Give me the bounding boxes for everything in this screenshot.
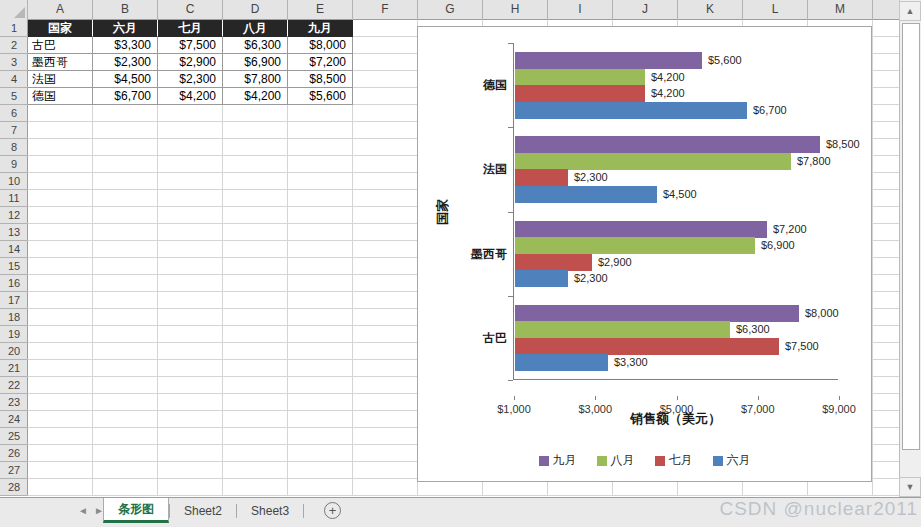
bar-七月[interactable] bbox=[515, 169, 568, 186]
row-header-1[interactable]: 1 bbox=[0, 20, 28, 37]
row-header-2[interactable]: 2 bbox=[0, 37, 28, 54]
row-header-21[interactable]: 21 bbox=[0, 360, 28, 377]
row-header-24[interactable]: 24 bbox=[0, 411, 28, 428]
table-cell[interactable]: $4,200 bbox=[223, 88, 288, 105]
row-header-25[interactable]: 25 bbox=[0, 428, 28, 445]
table-cell[interactable]: 德国 bbox=[28, 88, 93, 105]
table-cell[interactable]: $7,800 bbox=[223, 71, 288, 88]
table-cell[interactable]: $4,500 bbox=[93, 71, 158, 88]
row-header-19[interactable]: 19 bbox=[0, 326, 28, 343]
legend-item-七月[interactable]: 七月 bbox=[655, 452, 693, 469]
row-header-18[interactable]: 18 bbox=[0, 309, 28, 326]
bar-chart[interactable]: 国家 德国$5,600$4,200$4,200$6,700法国$8,500$7,… bbox=[417, 26, 872, 482]
row-header-9[interactable]: 9 bbox=[0, 156, 28, 173]
column-header-B[interactable]: B bbox=[93, 0, 158, 20]
column-header-partial[interactable] bbox=[873, 0, 899, 20]
bar-九月[interactable] bbox=[515, 136, 820, 153]
legend-item-六月[interactable]: 六月 bbox=[713, 452, 751, 469]
bar-八月[interactable] bbox=[515, 321, 730, 338]
table-cell[interactable]: 墨西哥 bbox=[28, 54, 93, 71]
row-header-4[interactable]: 4 bbox=[0, 71, 28, 88]
row-header-11[interactable]: 11 bbox=[0, 190, 28, 207]
bar-九月[interactable] bbox=[515, 52, 702, 69]
legend-item-八月[interactable]: 八月 bbox=[597, 452, 635, 469]
row-header-26[interactable]: 26 bbox=[0, 445, 28, 462]
bar-七月[interactable] bbox=[515, 338, 779, 355]
table-cell[interactable]: 古巴 bbox=[28, 37, 93, 54]
bar-六月[interactable] bbox=[515, 354, 608, 371]
table-cell[interactable]: $6,700 bbox=[93, 88, 158, 105]
tab-sheet2[interactable]: Sheet2 bbox=[170, 498, 236, 523]
row-header-7[interactable]: 7 bbox=[0, 122, 28, 139]
row-header-6[interactable]: 6 bbox=[0, 105, 28, 122]
scroll-up-icon[interactable]: ▲ bbox=[899, 1, 921, 21]
table-cell[interactable]: $3,300 bbox=[93, 37, 158, 54]
table-cell[interactable]: 法国 bbox=[28, 71, 93, 88]
table-cell[interactable]: $2,300 bbox=[93, 54, 158, 71]
table-cell[interactable]: $7,500 bbox=[158, 37, 223, 54]
bar-六月[interactable] bbox=[515, 186, 657, 203]
row-header-12[interactable]: 12 bbox=[0, 207, 28, 224]
table-row: 德国$6,700$4,200$4,200$5,600 bbox=[28, 88, 354, 105]
row-header-27[interactable]: 27 bbox=[0, 462, 28, 479]
column-header-F[interactable]: F bbox=[353, 0, 418, 20]
header-cell[interactable]: 六月 bbox=[93, 20, 158, 37]
row-header-14[interactable]: 14 bbox=[0, 241, 28, 258]
row-header-10[interactable]: 10 bbox=[0, 173, 28, 190]
table-cell[interactable]: $4,200 bbox=[158, 88, 223, 105]
column-header-E[interactable]: E bbox=[288, 0, 353, 20]
vertical-scrollbar[interactable]: ▲ ▼ bbox=[899, 0, 921, 497]
row-header-28[interactable]: 28 bbox=[0, 479, 28, 496]
column-header-I[interactable]: I bbox=[548, 0, 613, 20]
row-header-3[interactable]: 3 bbox=[0, 54, 28, 71]
table-cell[interactable]: $8,000 bbox=[288, 37, 353, 54]
row-header-23[interactable]: 23 bbox=[0, 394, 28, 411]
bar-八月[interactable] bbox=[515, 237, 755, 254]
row-header-13[interactable]: 13 bbox=[0, 224, 28, 241]
sheet-tab-bar: ◄ ► 条形图 Sheet2 Sheet3 + ◄ ► bbox=[0, 497, 921, 527]
row-header-17[interactable]: 17 bbox=[0, 292, 28, 309]
column-header-C[interactable]: C bbox=[158, 0, 223, 20]
vertical-scroll-thumb[interactable] bbox=[902, 23, 920, 450]
bar-七月[interactable] bbox=[515, 254, 592, 271]
table-cell[interactable]: $6,300 bbox=[223, 37, 288, 54]
tab-scroll-left-icon[interactable]: ◄ bbox=[78, 505, 88, 516]
bar-九月[interactable] bbox=[515, 305, 799, 322]
legend-item-九月[interactable]: 九月 bbox=[539, 452, 577, 469]
tab-sheet3[interactable]: Sheet3 bbox=[237, 498, 303, 523]
table-cell[interactable]: $8,500 bbox=[288, 71, 353, 88]
row-header-8[interactable]: 8 bbox=[0, 139, 28, 156]
bar-九月[interactable] bbox=[515, 221, 767, 238]
bar-七月[interactable] bbox=[515, 85, 645, 102]
row-header-16[interactable]: 16 bbox=[0, 275, 28, 292]
column-header-D[interactable]: D bbox=[223, 0, 288, 20]
select-all-corner[interactable] bbox=[0, 0, 28, 20]
column-header-K[interactable]: K bbox=[678, 0, 743, 20]
new-sheet-button[interactable]: + bbox=[324, 502, 341, 519]
table-cell[interactable]: $6,900 bbox=[223, 54, 288, 71]
row-header-5[interactable]: 5 bbox=[0, 88, 28, 105]
table-cell[interactable]: $7,200 bbox=[288, 54, 353, 71]
column-header-L[interactable]: L bbox=[743, 0, 808, 20]
bar-八月[interactable] bbox=[515, 153, 791, 170]
header-cell[interactable]: 七月 bbox=[158, 20, 223, 37]
column-header-H[interactable]: H bbox=[483, 0, 548, 20]
header-cell[interactable]: 九月 bbox=[288, 20, 353, 37]
table-cell[interactable]: $2,300 bbox=[158, 71, 223, 88]
header-cell[interactable]: 八月 bbox=[223, 20, 288, 37]
bar-八月[interactable] bbox=[515, 69, 645, 86]
row-header-22[interactable]: 22 bbox=[0, 377, 28, 394]
column-header-A[interactable]: A bbox=[28, 0, 93, 20]
table-cell[interactable]: $5,600 bbox=[288, 88, 353, 105]
bar-六月[interactable] bbox=[515, 270, 568, 287]
table-cell[interactable]: $2,900 bbox=[158, 54, 223, 71]
header-cell[interactable]: 国家 bbox=[28, 20, 93, 37]
scroll-down-icon[interactable]: ▼ bbox=[899, 477, 921, 497]
row-header-20[interactable]: 20 bbox=[0, 343, 28, 360]
tab-sheet-条形图[interactable]: 条形图 bbox=[103, 498, 169, 523]
column-header-G[interactable]: G bbox=[418, 0, 483, 20]
column-header-M[interactable]: M bbox=[808, 0, 873, 20]
bar-六月[interactable] bbox=[515, 102, 747, 119]
column-header-J[interactable]: J bbox=[613, 0, 678, 20]
row-header-15[interactable]: 15 bbox=[0, 258, 28, 275]
